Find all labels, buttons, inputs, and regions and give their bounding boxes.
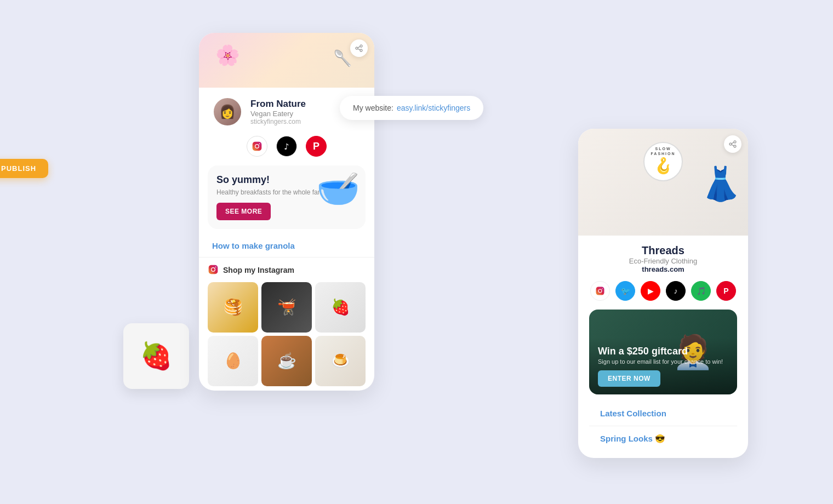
spring-looks-link[interactable]: Spring Looks 😎: [589, 426, 737, 451]
photo-cell-1[interactable]: 🥞: [208, 282, 258, 333]
strawberry-emoji: 🍓: [140, 341, 173, 371]
photo-cell-4[interactable]: 🥚: [208, 336, 258, 386]
giftcard-subtitle: Sign up to our email list for your chanc…: [598, 358, 728, 365]
instagram-shop-section: Shop my Instagram 🥞 🫕 🍓 🥚 ☕ 🍮: [199, 257, 374, 391]
svg-point-5: [215, 266, 216, 267]
instagram-icon[interactable]: [247, 136, 267, 157]
social-icons-row: ♪ P: [199, 131, 374, 165]
photo-cell-3[interactable]: 🍓: [315, 282, 366, 333]
left-card: 👩 From Nature Vegan Eatery stickyfingers…: [199, 33, 374, 391]
threads-tiktok-icon[interactable]: ♪: [666, 281, 686, 301]
threads-body: Threads Eco-Friendly Clothing threads.co…: [578, 236, 748, 458]
floating-strawberry-card: 🍓: [123, 323, 189, 389]
website-link[interactable]: easy.link/stickyfingers: [397, 104, 470, 112]
svg-rect-3: [209, 265, 218, 274]
website-label: My website:: [353, 104, 393, 112]
share-button[interactable]: [350, 39, 368, 57]
profile-website: stickyfingers.com: [250, 118, 361, 125]
threads-twitter-icon[interactable]: 🐦: [615, 281, 635, 301]
publish-badge[interactable]: PUBLISH: [0, 159, 48, 178]
photo-cell-2[interactable]: 🫕: [261, 282, 312, 333]
food-promo-card: So yummy! Healthy breakfasts for the who…: [208, 165, 366, 229]
tiktok-icon[interactable]: ♪: [276, 136, 297, 157]
giftcard-overlay: Win a $250 giftcard Sign up to our email…: [589, 338, 737, 394]
clothes-rack: 👗: [693, 140, 748, 227]
svg-rect-0: [253, 142, 262, 151]
photo-cell-5[interactable]: ☕: [261, 336, 312, 386]
threads-name: Threads: [589, 244, 737, 257]
website-pill-card: My website: easy.link/stickyfingers: [340, 96, 483, 120]
right-card: SLOW FASHION 🪝 👗 Threads Eco-Friendly Cl…: [578, 129, 748, 458]
svg-point-8: [602, 288, 603, 289]
threads-instagram-icon[interactable]: [590, 281, 610, 301]
threads-logo: SLOW FASHION 🪝: [643, 142, 683, 181]
hanger-icon: 🪝: [644, 156, 682, 176]
pinterest-icon[interactable]: P: [306, 136, 327, 157]
threads-header: SLOW FASHION 🪝 👗: [578, 129, 748, 236]
enter-now-button[interactable]: ENTER NOW: [598, 370, 660, 387]
avatar: 👩: [212, 96, 243, 127]
threads-share-button[interactable]: [724, 135, 741, 153]
threads-spotify-icon[interactable]: 🎵: [691, 281, 711, 301]
instagram-shop-label: Shop my Instagram: [223, 266, 294, 274]
threads-subtitle: Eco-Friendly Clothing: [589, 257, 737, 265]
food-image-emoji: 🥣: [316, 168, 360, 209]
granola-link[interactable]: How to make granola: [199, 234, 374, 257]
photo-grid: 🥞 🫕 🍓 🥚 ☕ 🍮: [208, 282, 366, 386]
giftcard-title: Win a $250 giftcard: [598, 346, 728, 357]
threads-pinterest-icon[interactable]: P: [716, 281, 736, 301]
svg-point-2: [259, 144, 260, 145]
photo-cell-6[interactable]: 🍮: [315, 336, 366, 386]
threads-url: threads.com: [589, 265, 737, 273]
instagram-shop-title: Shop my Instagram: [208, 264, 366, 277]
latest-collection-link[interactable]: Latest Collection: [589, 401, 737, 426]
card-header-image: [199, 33, 374, 88]
instagram-shop-icon: [208, 264, 219, 277]
see-more-button[interactable]: SEE MORE: [216, 203, 271, 220]
giftcard-banner: 🧑‍💼 Win a $250 giftcard Sign up to our e…: [589, 310, 737, 394]
threads-youtube-icon[interactable]: ▶: [641, 281, 660, 301]
threads-social-row: 🐦 ▶ ♪ 🎵 P: [589, 281, 737, 301]
svg-rect-6: [596, 287, 604, 295]
